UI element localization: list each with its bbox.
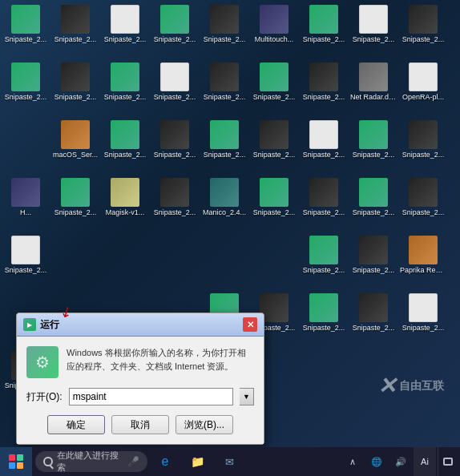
list-item[interactable]: Snipaste_2...: [349, 292, 397, 348]
list-item[interactable]: Snipaste_2...: [300, 3, 348, 59]
dialog-content-row: Windows 将根据你所输入的名称，为你打开相应的程序、文件夹、文档或 Int…: [26, 346, 254, 378]
notification-button[interactable]: [438, 447, 457, 476]
list-item[interactable]: Multitouch...: [250, 3, 298, 59]
list-item[interactable]: Snipaste_2...: [151, 3, 199, 59]
icon-label: Snipaste_2...: [400, 35, 446, 43]
list-item[interactable]: Manico_2.4...: [200, 176, 248, 232]
taskbar-folder-button[interactable]: 📁: [183, 447, 212, 476]
list-item[interactable]: Snipaste_2...: [349, 234, 397, 290]
list-item[interactable]: Snipaste_2...: [200, 61, 248, 117]
list-item[interactable]: macOS_Ser...: [51, 119, 99, 175]
icon-label: Snipaste_2...: [2, 266, 49, 274]
start-square-1: [9, 454, 15, 461]
file-icon: [409, 5, 438, 34]
dropdown-arrow[interactable]: ▼: [240, 388, 254, 405]
dialog-close-button[interactable]: ✕: [243, 317, 257, 332]
run-dialog: 运行 ✕ Windows 将根据你所输入的名称，为你打开相应的程序、文件夹、文档…: [16, 313, 264, 445]
tray-network[interactable]: 🌐: [365, 447, 388, 476]
list-item[interactable]: Snipaste_2...: [250, 119, 298, 175]
list-item[interactable]: Paprika Recipe Ma...: [399, 234, 447, 290]
windows-logo: [9, 454, 23, 469]
list-item[interactable]: Snipaste_2...: [349, 176, 397, 232]
list-item[interactable]: H...: [2, 176, 50, 232]
tray-chevron[interactable]: ∧: [341, 447, 364, 476]
ie-icon: e: [162, 454, 169, 469]
list-item[interactable]: Snipaste_2...: [51, 3, 99, 59]
list-item[interactable]: Snipaste_2...: [151, 119, 199, 175]
list-item[interactable]: Snipaste_2...: [300, 292, 348, 348]
search-icon: [43, 457, 53, 466]
list-item[interactable]: Snipaste_2...: [200, 119, 248, 175]
list-item[interactable]: Snipaste_2...: [300, 234, 348, 290]
file-icon: [359, 120, 388, 149]
icon-label: Paprika Recipe Ma...: [400, 266, 446, 274]
browse-button[interactable]: 浏览(B)...: [176, 415, 233, 434]
taskbar-middle: e 📁 ✉: [151, 447, 341, 476]
list-item[interactable]: Snipaste_2...: [101, 3, 149, 59]
list-item[interactable]: Snipaste_2...: [151, 61, 199, 117]
file-icon: [359, 293, 388, 322]
file-icon: [61, 178, 90, 207]
file-icon: [111, 120, 139, 149]
run-input[interactable]: [69, 388, 233, 405]
icon-label: Net Radar.dmg: [350, 93, 397, 101]
list-item[interactable]: Net Radar.dmg: [349, 61, 397, 117]
icon-label: H...: [2, 208, 49, 216]
list-item[interactable]: Magisk-v1...: [101, 176, 149, 232]
icon-label: Snipaste_2...: [301, 208, 347, 216]
taskbar-ie-button[interactable]: e: [151, 447, 180, 476]
taskbar-mail-button[interactable]: ✉: [215, 447, 244, 476]
list-item[interactable]: Snipaste_2...: [51, 61, 99, 117]
list-item[interactable]: Snipaste_2...: [349, 3, 397, 59]
cancel-button[interactable]: 取消: [111, 415, 169, 434]
icon-label: Snipaste_2...: [201, 151, 248, 159]
icon-label: Snipaste_2...: [2, 35, 49, 43]
icon-label: Snipaste_2...: [350, 151, 397, 159]
list-item[interactable]: Snipaste_2...: [399, 292, 447, 348]
run-icon: [23, 318, 36, 331]
list-item[interactable]: Snipaste_2...: [101, 119, 149, 175]
list-item[interactable]: Snipaste_2...: [399, 176, 447, 232]
ok-button[interactable]: 确定: [47, 415, 105, 434]
list-item[interactable]: OpenRA-pl...: [399, 61, 447, 117]
list-item[interactable]: Snipaste_2...: [250, 61, 298, 117]
list-item[interactable]: Snipaste_2...: [2, 3, 50, 59]
start-square-4: [17, 462, 23, 469]
icon-label: macOS_Ser...: [52, 151, 99, 159]
list-item[interactable]: Snipaste_2...: [2, 61, 50, 117]
file-icon: [359, 5, 388, 34]
list-item[interactable]: Snipaste_2...: [349, 119, 397, 175]
file-icon: [309, 178, 338, 207]
list-item[interactable]: Snipaste_2...: [2, 234, 50, 290]
list-item[interactable]: Snipaste_2...: [300, 61, 348, 117]
icon-label: Snipaste_2...: [400, 324, 446, 332]
list-item[interactable]: Snipaste_2...: [399, 119, 447, 175]
file-icon: [309, 293, 338, 322]
icon-label: Snipaste_2...: [301, 35, 347, 43]
list-item[interactable]: Snipaste_2...: [300, 176, 348, 232]
dialog-description: Windows 将根据你所输入的名称，为你打开相应的程序、文件夹、文档或 Int…: [67, 346, 254, 373]
microphone-icon[interactable]: 🎤: [127, 456, 139, 467]
list-item[interactable]: Snipaste_2...: [250, 176, 298, 232]
start-button[interactable]: [0, 447, 32, 476]
language-indicator[interactable]: Ai: [414, 447, 436, 476]
icon-label: Snipaste_2...: [151, 208, 198, 216]
icon-label: Snipaste_2...: [151, 151, 198, 159]
search-bar[interactable]: 在此键入进行搜索 🎤: [35, 451, 147, 472]
icon-label: Snipaste_2...: [251, 93, 297, 101]
file-icon: [359, 63, 388, 91]
empty-slot: [101, 234, 149, 290]
list-item[interactable]: Snipaste_2...: [151, 176, 199, 232]
list-item[interactable]: Snipaste_2...: [101, 61, 149, 117]
tray-volume[interactable]: 🔊: [389, 447, 412, 476]
file-icon: [160, 120, 189, 149]
list-item[interactable]: Snipaste_2...: [300, 119, 348, 175]
list-item[interactable]: Snipaste_2...: [51, 176, 99, 232]
search-placeholder: 在此键入进行搜索: [57, 450, 123, 474]
list-item[interactable]: Snipaste_2...: [399, 3, 447, 59]
file-icon: [210, 120, 239, 149]
file-icon: [160, 178, 189, 207]
dialog-run-icon: [26, 346, 59, 378]
icon-label: Snipaste_2...: [301, 266, 347, 274]
list-item[interactable]: Snipaste_2...: [200, 3, 248, 59]
